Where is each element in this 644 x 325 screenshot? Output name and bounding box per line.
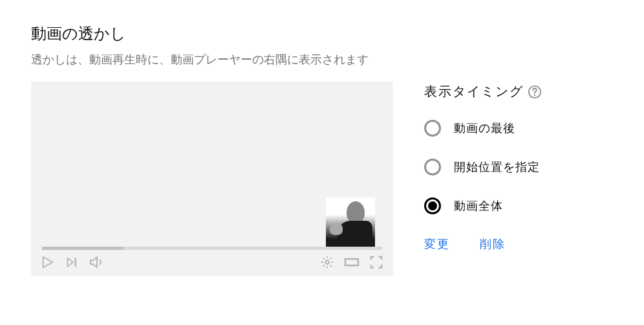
section-title: 動画の透かし bbox=[31, 23, 613, 44]
radio-icon bbox=[424, 120, 441, 137]
radio-icon bbox=[424, 159, 441, 175]
video-area bbox=[31, 82, 393, 247]
delete-button[interactable]: 削除 bbox=[480, 236, 506, 252]
svg-rect-0 bbox=[74, 258, 76, 266]
watermark-thumbnail bbox=[326, 197, 375, 247]
theater-icon[interactable] bbox=[344, 254, 360, 270]
section-description: 透かしは、動画再生時に、動画プレーヤーの右隅に表示されます bbox=[31, 52, 613, 67]
player-controls bbox=[31, 252, 393, 276]
radio-custom-start[interactable]: 開始位置を指定 bbox=[424, 159, 542, 175]
svg-point-4 bbox=[534, 94, 536, 96]
radio-label: 動画全体 bbox=[454, 198, 503, 214]
change-button[interactable]: 変更 bbox=[424, 236, 450, 252]
help-icon[interactable] bbox=[528, 85, 542, 99]
timing-heading: 表示タイミング bbox=[424, 83, 524, 100]
play-icon[interactable] bbox=[40, 254, 56, 270]
radio-icon bbox=[424, 197, 441, 214]
settings-icon[interactable] bbox=[319, 254, 335, 270]
radio-entire-video[interactable]: 動画全体 bbox=[424, 197, 542, 214]
volume-icon[interactable] bbox=[89, 254, 105, 270]
radio-end-of-video[interactable]: 動画の最後 bbox=[424, 120, 542, 137]
timing-panel: 表示タイミング 動画の最後 開始位置を指定 動画全体 変更 削除 bbox=[424, 82, 542, 276]
video-preview bbox=[31, 82, 393, 276]
progress-fill bbox=[42, 247, 123, 250]
svg-point-1 bbox=[325, 260, 329, 264]
progress-bar[interactable] bbox=[42, 247, 382, 250]
fullscreen-icon[interactable] bbox=[369, 254, 384, 270]
next-icon[interactable] bbox=[65, 254, 80, 270]
timing-radio-group: 動画の最後 開始位置を指定 動画全体 bbox=[424, 120, 542, 214]
svg-rect-2 bbox=[345, 259, 358, 265]
radio-label: 動画の最後 bbox=[454, 120, 515, 136]
radio-label: 開始位置を指定 bbox=[454, 159, 540, 175]
